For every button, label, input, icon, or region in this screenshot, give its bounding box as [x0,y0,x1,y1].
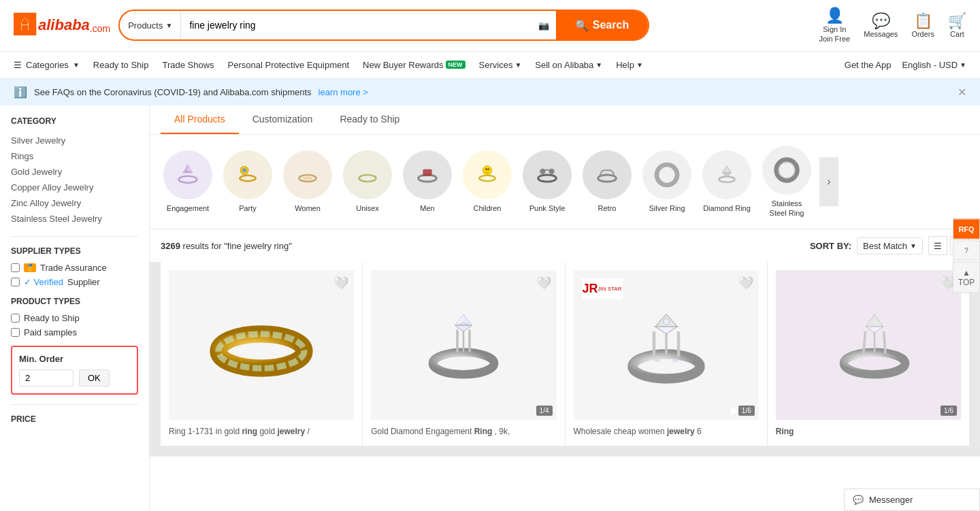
circle-children[interactable]: Children [460,150,514,213]
nav-help[interactable]: Help ▼ [616,60,643,70]
search-button[interactable]: 🔍 Search [556,11,648,39]
messenger-bar[interactable]: 💬 Messenger [844,489,980,511]
search-input[interactable] [181,11,531,39]
sidebar-divider-1 [11,236,138,237]
nav-bar: ☰ Categories ▼ Ready to Ship Trade Shows… [0,52,980,79]
svg-point-39 [433,352,494,374]
circle-party-label: Party [239,203,257,213]
sidebar-item-silver-jewelry[interactable]: Silver Jewelry [11,133,138,148]
svg-point-55 [672,359,679,362]
circle-stainless-steel-ring-label: StainlessSteel Ring [770,199,804,218]
verified-supplier-checkbox[interactable]: ✓ Verified Supplier [11,277,138,287]
circle-party-img [223,150,272,199]
ready-to-ship-checkbox[interactable]: Ready to Ship [11,313,138,323]
circle-punk-style-img [523,150,572,199]
product-desc-1: Ring 1-1731 in gold ring gold jewelry / [169,425,354,438]
trade-assurance-label: Trade Assurance [40,263,107,273]
product-card-3[interactable]: JR JIN STAR 🤍 [566,262,767,446]
nav-trade-shows[interactable]: Trade Shows [162,60,214,70]
orders-action[interactable]: 📋 Orders [911,12,934,38]
camera-search-icon[interactable]: 📷 [532,20,556,31]
nav-get-app[interactable]: Get the App [845,60,892,70]
product-desc-4: Ring [776,425,961,438]
tab-all-products[interactable]: All Products [161,105,239,134]
nav-ready-to-ship[interactable]: Ready to Ship [93,60,149,70]
sort-select[interactable]: Best Match ▼ [857,237,923,254]
ready-to-ship-label: Ready to Ship [24,313,80,323]
circle-silver-ring-img [642,150,691,199]
svg-point-20 [485,168,487,170]
sidebar-item-stainless-steel[interactable]: Stainless Steel Jewelry [11,211,138,227]
circle-silver-ring-label: Silver Ring [649,203,685,213]
img-counter-3: 1/6 [738,406,755,416]
circle-engagement[interactable]: Engagement [161,150,215,213]
nav-categories[interactable]: ☰ Categories ▼ [14,60,80,70]
search-category-dropdown[interactable]: Products ▼ [120,11,181,39]
tab-ready-to-ship[interactable]: Ready to Ship [326,105,413,134]
verified-supplier-label: ✓ Verified [24,277,63,287]
circle-retro[interactable]: Retro [580,150,634,213]
min-order-input[interactable] [19,369,74,386]
svg-point-47 [632,355,700,379]
help-float-button[interactable]: ? [953,240,980,260]
circle-punk-style-label: Punk Style [529,203,566,213]
header-actions: 👤 Sign InJoin Free 💬 Messages 📋 Orders 🛒… [819,7,966,44]
circle-silver-ring[interactable]: Silver Ring [640,150,694,213]
verified-supplier-check[interactable] [11,278,20,286]
covid-banner: ℹ️ See FAQs on the Coronavirus (COVID-19… [0,79,980,105]
circle-engagement-img [163,150,212,199]
cart-action[interactable]: 🛒 Cart [948,12,966,38]
sign-in-action[interactable]: 👤 Sign InJoin Free [819,7,850,44]
circle-unisex[interactable]: Unisex [340,150,395,213]
sidebar-item-gold-jewelry[interactable]: Gold Jewelry [11,164,138,180]
product-img-1: 🤍 [169,270,354,420]
wishlist-icon-1[interactable]: 🤍 [333,276,348,291]
circle-punk-style[interactable]: Punk Style [520,150,574,213]
ready-to-ship-check[interactable] [11,314,20,323]
rfq-button[interactable]: RFQ [953,218,980,239]
wishlist-icon-2[interactable]: 🤍 [536,276,551,291]
tab-customization[interactable]: Customization [239,105,327,134]
circle-stainless-steel-ring[interactable]: StainlessSteel Ring [760,146,814,218]
top-button[interactable]: ▲TOP [953,261,980,293]
user-icon: 👤 [826,7,844,24]
list-view-icon[interactable]: ☰ [928,236,947,255]
circle-nav-next-button[interactable]: › [819,157,838,206]
trade-assurance-check[interactable] [11,263,20,272]
cart-label: Cart [950,30,964,38]
sidebar-item-copper-alloy[interactable]: Copper Alloy Jewelry [11,180,138,195]
logo[interactable]: 🅰 alibaba.com [14,13,110,38]
circle-retro-img [583,150,632,199]
sidebar: CATEGORY Silver Jewelry Rings Gold Jewel… [0,105,150,511]
svg-point-54 [654,359,660,362]
paid-samples-check[interactable] [11,328,20,337]
search-category-label: Products [128,20,163,31]
trade-assurance-checkbox[interactable]: 🏅 Trade Assurance [11,263,138,273]
circle-diamond-ring[interactable]: Diamond Ring [700,150,754,213]
product-card-1[interactable]: 🤍 Ring 1-1731 in gold ring [161,262,362,446]
nav-ppe[interactable]: Personal Protective Equipment [228,60,349,70]
wishlist-icon-3[interactable]: 🤍 [738,276,753,291]
circle-women[interactable]: Women [280,150,335,213]
header: 🅰 alibaba.com Products ▼ 📷 🔍 Search 👤 Si… [0,0,980,52]
circle-retro-label: Retro [598,203,617,213]
nav-language[interactable]: English - USD ▼ [902,60,966,70]
messages-action[interactable]: 💬 Messages [864,12,898,38]
nav-new-buyer[interactable]: New Buyer Rewards NEW [363,60,466,70]
product-card-2[interactable]: 🤍 [363,262,564,446]
circle-men[interactable]: Men [400,150,455,213]
sidebar-item-zinc-alloy[interactable]: Zinc Alloy Jewelry [11,195,138,211]
product-card-4[interactable]: 🤍 [768,262,969,446]
nav-sell[interactable]: Sell on Alibaba ▼ [535,60,602,70]
sign-in-label: Sign InJoin Free [819,24,850,44]
sell-chevron-icon: ▼ [595,61,602,69]
paid-samples-checkbox[interactable]: Paid samples [11,327,138,337]
sidebar-item-rings[interactable]: Rings [11,148,138,164]
covid-close-icon[interactable]: ✕ [958,86,966,99]
nav-services[interactable]: Services ▼ [479,60,522,70]
paid-samples-label: Paid samples [24,327,77,337]
covid-learn-more-link[interactable]: learn more > [318,87,368,97]
circle-party[interactable]: Party [220,150,275,213]
min-order-ok-button[interactable]: OK [79,369,110,386]
alibaba-logo-icon: 🅰 [14,13,35,38]
